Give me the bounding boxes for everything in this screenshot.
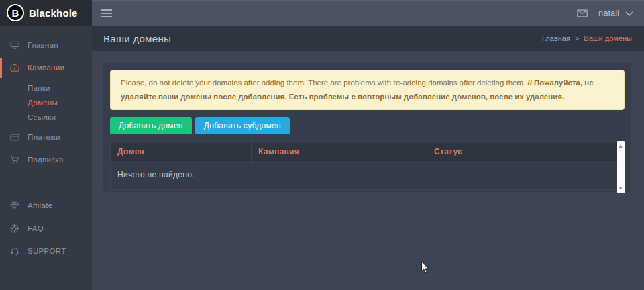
gem-icon bbox=[10, 201, 21, 209]
scrollbar-down-arrow-icon[interactable] bbox=[619, 187, 623, 190]
sidebar-item-folders[interactable]: Папки bbox=[0, 81, 92, 95]
headset-icon bbox=[10, 247, 21, 256]
add-subdomain-button[interactable]: Добавить субдомен bbox=[195, 117, 290, 134]
domains-table: Домен Кампания Статус Ничего не найдено. bbox=[110, 141, 618, 190]
sidebar-spacer bbox=[0, 173, 92, 195]
sidebar-item-label: Кампании bbox=[28, 64, 64, 72]
sidebar: B Blackhole Главная Кампании Папки Домен… bbox=[0, 0, 92, 290]
mail-icon[interactable] bbox=[577, 9, 588, 17]
sidebar-item-campaigns[interactable]: Кампании bbox=[0, 58, 92, 78]
column-header-campaign[interactable]: Кампания bbox=[252, 142, 427, 163]
breadcrumb-separator: > bbox=[575, 34, 579, 42]
sidebar-item-label: Affilate bbox=[28, 201, 52, 209]
page-title: Ваши домены bbox=[103, 33, 171, 44]
topbar: natali bbox=[92, 0, 644, 26]
briefcase-icon bbox=[10, 64, 21, 72]
sidebar-item-label: Папки bbox=[28, 84, 50, 92]
cart-icon bbox=[10, 156, 21, 164]
sidebar-item-links[interactable]: Ссылки bbox=[0, 110, 92, 125]
mouse-cursor bbox=[421, 261, 429, 274]
table-header-row: Домен Кампания Статус bbox=[111, 142, 618, 163]
page-header: Ваши домены Главная > Ваши домены bbox=[92, 26, 644, 51]
app-name: Blackhole bbox=[29, 7, 78, 19]
table-scrollbar[interactable] bbox=[617, 141, 625, 193]
scrollbar-up-arrow-icon[interactable] bbox=[619, 144, 623, 148]
sidebar-item-label: Главная bbox=[28, 41, 58, 49]
sidebar-item-home[interactable]: Главная bbox=[0, 35, 92, 55]
hamburger-icon[interactable] bbox=[101, 9, 113, 18]
lifebuoy-icon bbox=[10, 224, 21, 233]
sidebar-item-label: SUPPORT bbox=[28, 247, 66, 255]
sidebar-item-label: Ссылки bbox=[28, 113, 56, 122]
warning-banner: Please, do not delete your domains after… bbox=[110, 70, 625, 110]
add-domain-button[interactable]: Добавить домен bbox=[110, 117, 192, 134]
sidebar-item-support[interactable]: SUPPORT bbox=[0, 241, 92, 261]
sidebar-item-label: Домены bbox=[28, 99, 58, 107]
user-menu[interactable]: natali bbox=[598, 8, 633, 18]
column-header-status[interactable]: Статус bbox=[427, 142, 561, 163]
main-content: Please, do not delete your domains after… bbox=[92, 51, 644, 290]
sidebar-item-label: Подписка bbox=[28, 156, 64, 164]
actions-row: Добавить домен Добавить субдомен bbox=[110, 117, 625, 134]
column-header-domain[interactable]: Домен bbox=[111, 142, 252, 163]
breadcrumb-home-link[interactable]: Главная bbox=[542, 34, 570, 42]
sidebar-item-payments[interactable]: Платежи bbox=[0, 127, 92, 147]
sidebar-nav: Главная Кампании Папки Домены Ссылки Пла… bbox=[0, 26, 92, 261]
breadcrumb: Главная > Ваши домены bbox=[542, 34, 632, 42]
sidebar-item-affiliate[interactable]: Affilate bbox=[0, 195, 92, 215]
sidebar-item-label: FAQ bbox=[28, 224, 44, 232]
empty-state-text: Ничего не найдено. bbox=[111, 163, 618, 190]
sidebar-item-subscription[interactable]: Подписка bbox=[0, 150, 92, 170]
column-header-actions bbox=[561, 142, 618, 163]
table-row-empty: Ничего не найдено. bbox=[111, 163, 618, 190]
sidebar-item-faq[interactable]: FAQ bbox=[0, 218, 92, 238]
breadcrumb-current: Ваши домены bbox=[584, 34, 632, 42]
app-logo-icon: B bbox=[7, 4, 24, 21]
domains-table-container: Домен Кампания Статус Ничего не найдено. bbox=[110, 141, 625, 193]
warning-text-en: Please, do not delete your domains after… bbox=[121, 79, 527, 87]
chevron-down-icon bbox=[625, 11, 633, 16]
app-logo[interactable]: B Blackhole bbox=[0, 0, 92, 26]
sidebar-item-label: Платежи bbox=[28, 133, 60, 141]
domains-panel: Please, do not delete your domains after… bbox=[103, 63, 631, 192]
user-name: natali bbox=[598, 8, 619, 18]
credit-card-icon bbox=[10, 134, 21, 141]
monitor-icon bbox=[10, 41, 21, 49]
sidebar-item-domains[interactable]: Домены bbox=[0, 95, 92, 110]
